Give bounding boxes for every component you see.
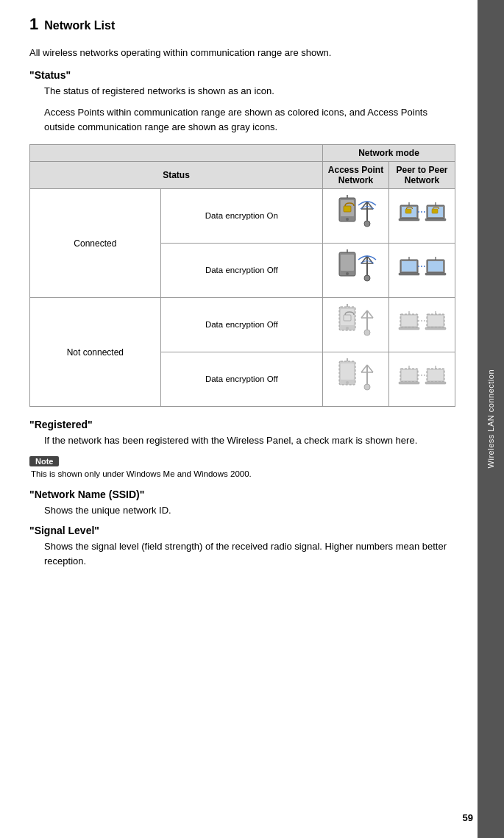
- section-title: Network List: [44, 19, 115, 32]
- icon-ap-notconn-enc-off-1: [323, 298, 389, 352]
- intro-text: All wireless networks operating within c…: [29, 46, 455, 60]
- registered-desc: If the network has been registered with …: [44, 433, 455, 448]
- svg-rect-71: [428, 370, 443, 380]
- status-desc-2: Access Points within communication range…: [44, 105, 455, 134]
- note-text: This is shown only under Windows Me and …: [31, 469, 455, 478]
- header-ap: Access Point Network: [323, 162, 389, 189]
- enc-off-label-3: Data encryption Off: [160, 352, 322, 407]
- svg-rect-31: [402, 261, 416, 271]
- registered-heading: "Registered": [29, 419, 455, 430]
- status-desc-1: The status of registered networks is sho…: [44, 84, 455, 99]
- network-name-desc: Shows the unique network ID.: [44, 503, 455, 518]
- header-status-label: Status: [30, 162, 323, 189]
- network-table: Network mode Status Access Point Network…: [29, 144, 455, 407]
- icon-ap-connected-enc-off: [323, 244, 389, 298]
- network-name-heading: "Network Name (SSID)": [29, 489, 455, 500]
- svg-rect-51: [399, 327, 419, 330]
- status-heading: "Status": [29, 69, 455, 81]
- enc-off-label-2: Data encryption Off: [160, 298, 322, 352]
- sidebar-label: Wireless LAN connection: [486, 369, 495, 468]
- icon-p2p-notconn-enc-off-1: [389, 298, 455, 352]
- icon-ap-connected-enc-on: [323, 189, 389, 244]
- status-desc: The status of registered networks is sho…: [44, 84, 455, 135]
- note-label: Note: [29, 456, 59, 466]
- svg-rect-12: [399, 219, 419, 221]
- connected-status: Connected: [30, 189, 161, 298]
- svg-point-23: [346, 272, 349, 275]
- svg-point-41: [346, 327, 349, 330]
- svg-line-45: [361, 310, 367, 318]
- svg-rect-35: [425, 273, 446, 275]
- svg-rect-34: [428, 261, 443, 271]
- main-content: 1 Network List All wireless networks ope…: [0, 0, 478, 838]
- svg-rect-43: [344, 315, 351, 321]
- svg-rect-68: [402, 370, 416, 380]
- icon-p2p-connected-enc-off: [389, 244, 455, 298]
- section-header: 1 Network List: [29, 15, 455, 40]
- icon-ap-notconn-enc-off-2: [323, 352, 389, 407]
- svg-rect-54: [425, 327, 446, 330]
- page-wrapper: 1 Network List All wireless networks ope…: [0, 0, 504, 838]
- svg-rect-59: [341, 363, 354, 380]
- svg-point-66: [364, 384, 370, 390]
- svg-rect-4: [344, 206, 351, 212]
- svg-rect-17: [432, 209, 438, 213]
- svg-point-29: [364, 275, 370, 281]
- svg-line-64: [367, 365, 373, 372]
- svg-rect-16: [425, 219, 446, 221]
- svg-rect-22: [341, 255, 354, 271]
- svg-point-2: [346, 218, 349, 221]
- signal-level-heading: "Signal Level": [29, 525, 455, 536]
- svg-rect-72: [425, 382, 446, 384]
- svg-rect-32: [399, 273, 419, 275]
- sidebar-right: Wireless LAN connection: [478, 0, 504, 838]
- enc-off-label-1: Data encryption Off: [160, 244, 322, 298]
- svg-rect-53: [428, 316, 443, 326]
- svg-point-9: [364, 221, 370, 227]
- header-p2p: Peer to Peer Network: [389, 162, 455, 189]
- enc-on-label: Data encryption On: [160, 189, 322, 244]
- svg-line-46: [367, 310, 373, 318]
- svg-point-48: [364, 330, 370, 335]
- section-number: 1: [29, 15, 38, 34]
- signal-level-desc: Shows the signal level (field strength) …: [44, 539, 455, 568]
- svg-point-60: [346, 381, 349, 384]
- svg-line-63: [361, 365, 367, 372]
- icon-p2p-connected-enc-on: [389, 189, 455, 244]
- header-status: [30, 145, 323, 162]
- icon-p2p-notconn-enc-off-2: [389, 352, 455, 407]
- page-number: 59: [463, 812, 473, 823]
- not-connected-status: Not connected: [30, 298, 161, 407]
- svg-rect-50: [402, 316, 416, 326]
- svg-rect-13: [405, 209, 411, 213]
- svg-rect-69: [399, 382, 419, 384]
- header-network-mode: Network mode: [323, 145, 455, 162]
